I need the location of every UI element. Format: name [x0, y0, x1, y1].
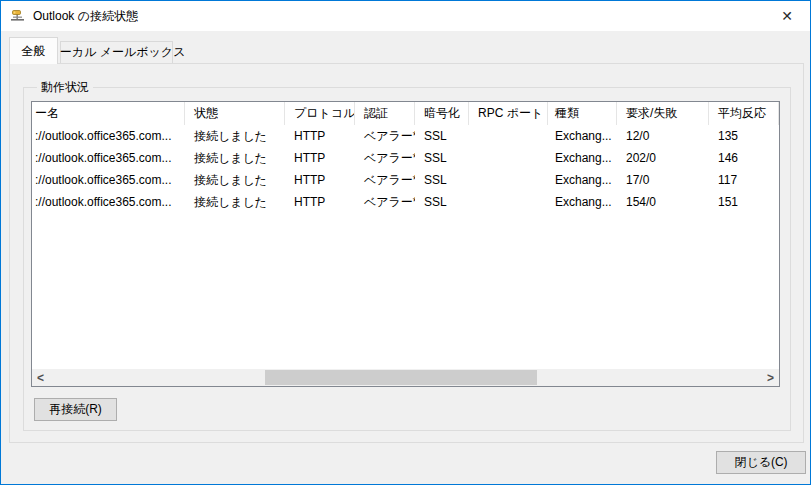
- table-cell: ://outlook.office365.com...: [32, 173, 185, 187]
- table-cell: 151: [709, 195, 779, 209]
- table-cell: 202/0: [617, 151, 709, 165]
- connection-status-icon: [10, 8, 26, 24]
- column-header[interactable]: 種類: [548, 102, 617, 125]
- column-header[interactable]: 認証: [355, 102, 415, 125]
- column-header[interactable]: プロトコル: [285, 102, 355, 125]
- tab-general-label: 全般: [22, 43, 46, 60]
- column-header[interactable]: ー名: [32, 102, 185, 125]
- table-cell: SSL: [415, 151, 469, 165]
- activity-status-groupbox: 動作状況 ー名状態プロトコル認証暗号化RPC ポート種類要求/失敗平均反応 :/…: [23, 87, 791, 431]
- table-cell: 接続しました: [185, 194, 285, 211]
- table-cell: Exchang...: [548, 195, 617, 209]
- column-header[interactable]: RPC ポート: [469, 102, 548, 125]
- titlebar: Outlook の接続状態 ✕: [1, 1, 810, 31]
- table-cell: ://outlook.office365.com...: [32, 151, 185, 165]
- table-row[interactable]: ://outlook.office365.com...接続しましたHTTPベアラ…: [32, 191, 779, 213]
- table-cell: 接続しました: [185, 150, 285, 167]
- table-header: ー名状態プロトコル認証暗号化RPC ポート種類要求/失敗平均反応: [32, 102, 779, 125]
- window-title: Outlook の接続状態: [33, 8, 138, 25]
- table-cell: HTTP: [285, 151, 355, 165]
- horizontal-scrollbar[interactable]: < >: [32, 369, 779, 386]
- table-row[interactable]: ://outlook.office365.com...接続しましたHTTPベアラ…: [32, 147, 779, 169]
- column-header[interactable]: 状態: [185, 102, 285, 125]
- groupbox-label: 動作状況: [37, 79, 93, 96]
- column-header[interactable]: 暗号化: [415, 102, 469, 125]
- table-cell: Exchang...: [548, 173, 617, 187]
- table-cell: HTTP: [285, 129, 355, 143]
- table-row[interactable]: ://outlook.office365.com...接続しましたHTTPベアラ…: [32, 125, 779, 147]
- table-cell: ベアラー*: [355, 172, 415, 189]
- scrollbar-thumb[interactable]: [265, 370, 537, 385]
- column-header[interactable]: 平均反応: [709, 102, 779, 125]
- table-cell: ベアラー*: [355, 150, 415, 167]
- scroll-left-icon[interactable]: <: [32, 369, 49, 386]
- connections-listview[interactable]: ー名状態プロトコル認証暗号化RPC ポート種類要求/失敗平均反応 ://outl…: [31, 101, 780, 387]
- tab-local-mailbox[interactable]: ローカル メールボックス: [60, 41, 173, 63]
- reconnect-button[interactable]: 再接続(R): [34, 398, 117, 421]
- table-cell: 154/0: [617, 195, 709, 209]
- close-button[interactable]: 閉じる(C): [716, 451, 806, 474]
- tab-local-mailbox-label: ローカル メールボックス: [48, 44, 186, 61]
- scroll-right-icon[interactable]: >: [762, 369, 779, 386]
- table-cell: ベアラー*: [355, 128, 415, 145]
- table-cell: Exchang...: [548, 151, 617, 165]
- table-cell: 12/0: [617, 129, 709, 143]
- table-cell: ベアラー*: [355, 194, 415, 211]
- table-cell: SSL: [415, 173, 469, 187]
- outlook-connection-status-dialog: Outlook の接続状態 ✕ 全般 ローカル メールボックス 動作状況 ー名状…: [0, 0, 811, 485]
- table-body: ://outlook.office365.com...接続しましたHTTPベアラ…: [32, 125, 779, 213]
- table-cell: 接続しました: [185, 128, 285, 145]
- table-cell: 146: [709, 151, 779, 165]
- table-cell: HTTP: [285, 173, 355, 187]
- table-cell: Exchang...: [548, 129, 617, 143]
- table-cell: ://outlook.office365.com...: [32, 129, 185, 143]
- table-cell: 17/0: [617, 173, 709, 187]
- table-cell: 117: [709, 173, 779, 187]
- table-row[interactable]: ://outlook.office365.com...接続しましたHTTPベアラ…: [32, 169, 779, 191]
- column-header[interactable]: 要求/失敗: [617, 102, 709, 125]
- table-cell: SSL: [415, 129, 469, 143]
- table-cell: SSL: [415, 195, 469, 209]
- table-cell: ://outlook.office365.com...: [32, 195, 185, 209]
- table-cell: 135: [709, 129, 779, 143]
- tab-general[interactable]: 全般: [9, 37, 58, 64]
- table-cell: HTTP: [285, 195, 355, 209]
- table-cell: 接続しました: [185, 172, 285, 189]
- close-icon[interactable]: ✕: [772, 4, 802, 28]
